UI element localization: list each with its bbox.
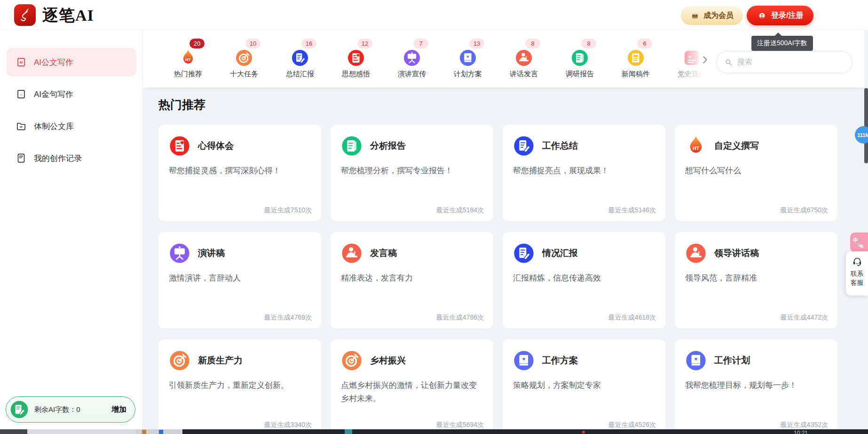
become-member-button[interactable]: 成为会员 <box>681 6 743 25</box>
card-lingdaojianghuagao[interactable]: 领导讲话稿 领导风范，言辞精准 最近生成4472次 <box>675 232 837 329</box>
credit-doc-icon <box>10 400 29 419</box>
card-qingkuanghuibao[interactable]: 情况汇报 汇报精炼，信息传递高效 最近生成4618次 <box>503 232 665 329</box>
card-title: 心得体会 <box>198 140 234 152</box>
app-logo[interactable] <box>14 4 36 26</box>
nav-label: 演讲宣传 <box>386 70 438 79</box>
doc-lines-icon <box>15 152 27 164</box>
taskbar-dark-segment <box>182 429 868 434</box>
chevron-right-icon[interactable] <box>700 55 710 65</box>
nav-item-research-report[interactable]: 8 调研报告 <box>554 30 606 88</box>
nav-label: 热门推荐 <box>162 70 214 79</box>
taskbar-app-icon-teal[interactable] <box>345 429 352 434</box>
scroll-icon <box>571 49 589 67</box>
nav-item-news-release[interactable]: 6 新闻稿件 <box>610 30 662 88</box>
card-xindetihui[interactable]: 心得体会 帮您捕捉灵感，撰写深刻心得！ 最近生成7510次 <box>158 125 321 221</box>
card-generation-count: 最近生成5694次 <box>436 421 484 429</box>
card-description: 帮您捕捉灵感，撰写深刻心得！ <box>169 164 311 177</box>
card-xinzhishengchanli[interactable]: 新质生产力 引领新质生产力，重新定义创新。 最近生成3340次 <box>158 339 321 429</box>
nav-label: 十大任务 <box>218 70 270 79</box>
nav-item-ten-tasks[interactable]: 10 十大任务 <box>218 30 270 88</box>
taskbar-clock: 10:21 <box>794 430 808 434</box>
support-label-line2: 客服 <box>846 278 868 287</box>
nav-item-speech-promo[interactable]: 7 演讲宣传 <box>386 30 438 88</box>
sidebar-item-label: 体制公文库 <box>34 121 74 132</box>
presentation-icon <box>169 242 190 264</box>
card-gongzuojihua[interactable]: 工作计划 我帮您梳理目标，规划每一步！ 最近生成4352次 <box>675 339 837 429</box>
nav-badge: 6 <box>637 39 652 48</box>
card-title: 分析报告 <box>370 140 406 152</box>
sidebar-item-ai-quotes-writing[interactable]: AI金句写作 <box>7 80 136 108</box>
presentation-icon <box>403 49 421 67</box>
nav-item-plan-proposal[interactable]: 13 计划方案 <box>442 30 494 88</box>
top-header: 逐笔AI 成为会员 登录/注册 注册送500AI字数 <box>0 0 868 30</box>
headset-icon <box>851 255 863 267</box>
card-fayangao[interactable]: 发言稿 精准表达，发言有力 最近生成4786次 <box>331 232 493 329</box>
nav-item-speech-remarks[interactable]: 8 讲话发言 <box>498 30 550 88</box>
scroll-icon <box>341 135 363 157</box>
card-grid: 心得体会 帮您捕捉灵感，撰写深刻心得！ 最近生成7510次 分析报告 帮您梳理分… <box>158 125 837 429</box>
nav-badge: 8 <box>525 39 540 48</box>
credits-text: 剩余AI字数：0 <box>34 405 111 414</box>
brand-title: 逐笔AI <box>42 5 94 26</box>
card-generation-count: 最近生成4786次 <box>436 313 484 322</box>
nav-badge: 8 <box>581 39 596 48</box>
card-xiangcunzhenxing[interactable]: 乡村振兴 点燃乡村振兴的激情，让创新力量改变乡村未来。 最近生成5694次 <box>331 339 493 429</box>
nav-item-hot-recommend[interactable]: 20 热门推荐 <box>162 30 214 88</box>
doc-pen-icon <box>513 242 535 264</box>
person-podium-icon <box>685 242 707 264</box>
left-sidebar: AI公文写作 AI金句写作 体制公文库 我的创作记录 剩余AI字数：0 增加 <box>0 30 143 429</box>
sidebar-item-label: AI金句写作 <box>34 89 73 100</box>
book-star-icon <box>459 49 477 67</box>
card-description: 激情演讲，言辞动人 <box>169 272 311 285</box>
book-star-icon <box>685 350 707 371</box>
taskbar-app-icon-blue[interactable] <box>159 430 163 434</box>
support-label-line1: 联系 <box>846 269 868 278</box>
card-generation-count: 最近生成4352次 <box>781 421 828 429</box>
customer-support-button[interactable]: 联系 客服 <box>846 251 868 296</box>
doc-heart-icon <box>347 49 365 67</box>
card-title: 自定义撰写 <box>714 140 759 152</box>
folder-icon <box>15 120 27 132</box>
card-zidingyizhuanxie[interactable]: 自定义撰写 想写什么写什么 最近生成6750次 <box>675 125 837 221</box>
sidebar-item-my-creations[interactable]: 我的创作记录 <box>7 144 136 172</box>
target-icon <box>235 49 253 67</box>
doc-pen-icon <box>291 49 309 67</box>
login-register-button[interactable]: 登录/注册 <box>747 6 813 25</box>
os-taskbar: 10:21 <box>0 429 868 434</box>
card-fenxibaogao[interactable]: 分析报告 帮您梳理分析，撰写专业报告！ 最近生成5184次 <box>331 125 493 221</box>
ai-card-icon <box>15 56 27 68</box>
taskbar-corner-segment <box>0 429 27 434</box>
nav-badge: 12 <box>357 39 372 48</box>
person-podium-icon <box>515 49 533 67</box>
main-content: 热门推荐 心得体会 帮您捕捉灵感，撰写深刻心得！ 最近生成7510次 分析报告 … <box>143 88 868 429</box>
card-description: 帮您梳理分析，撰写专业报告！ <box>341 164 483 177</box>
card-generation-count: 最近生成4618次 <box>608 313 656 322</box>
card-gongzuofangan[interactable]: 工作方案 策略规划，方案制定专家 最近生成4526次 <box>503 339 665 429</box>
nav-badge: 13 <box>469 39 484 48</box>
card-title: 发言稿 <box>370 247 397 259</box>
taskbar-light-segment <box>27 429 135 434</box>
add-credits-button[interactable]: 增加 <box>111 405 126 415</box>
card-yanjianggao[interactable]: 演讲稿 激情演讲，言辞动人 最近生成4769次 <box>158 232 321 329</box>
card-description: 汇报精炼，信息传递高效 <box>513 272 655 285</box>
card-title: 演讲稿 <box>198 247 225 259</box>
nav-item-summary-report[interactable]: 16 总结汇报 <box>274 30 326 88</box>
sidebar-item-ai-document-writing[interactable]: AI公文写作 <box>7 48 136 76</box>
search-box[interactable] <box>716 51 852 73</box>
card-gongzuozongjie[interactable]: 工作总结 帮您捕捉亮点，展现成果！ 最近生成5146次 <box>503 125 665 221</box>
taskbar-notification-dot <box>582 431 585 434</box>
remaining-credits-panel: 剩余AI字数：0 增加 <box>6 396 135 423</box>
card-description: 领导风范，言辞精准 <box>685 272 827 285</box>
sidebar-item-label: AI公文写作 <box>34 57 73 68</box>
card-description: 帮您捕捉亮点，展现成果！ <box>513 164 655 177</box>
scrollbar-thumb[interactable] <box>864 88 868 163</box>
nav-item-thoughts[interactable]: 12 思想感悟 <box>330 30 382 88</box>
nav-label: 思想感悟 <box>330 70 382 79</box>
search-input[interactable] <box>737 58 844 66</box>
card-generation-count: 最近生成4526次 <box>608 421 656 429</box>
nav-label: 计划方案 <box>442 70 494 79</box>
card-description: 想写什么写什么 <box>685 164 827 177</box>
sidebar-item-document-library[interactable]: 体制公文库 <box>7 112 136 140</box>
translate-button[interactable] <box>850 233 868 252</box>
taskbar-app-icon-orange[interactable] <box>142 430 146 434</box>
